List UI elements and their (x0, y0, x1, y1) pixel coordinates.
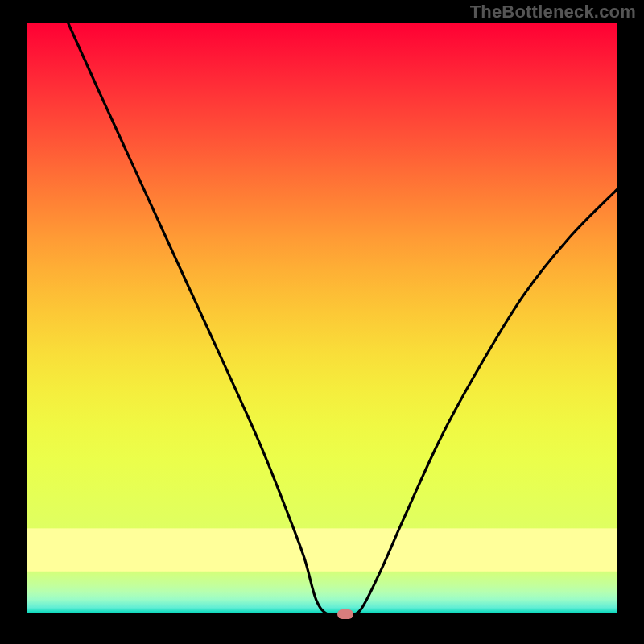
plot-area (27, 23, 617, 617)
chart-container: TheBottleneck.com (0, 0, 644, 644)
bottleneck-curve (27, 23, 617, 617)
sweet-spot-marker (337, 609, 353, 619)
attribution-label: TheBottleneck.com (470, 2, 636, 23)
